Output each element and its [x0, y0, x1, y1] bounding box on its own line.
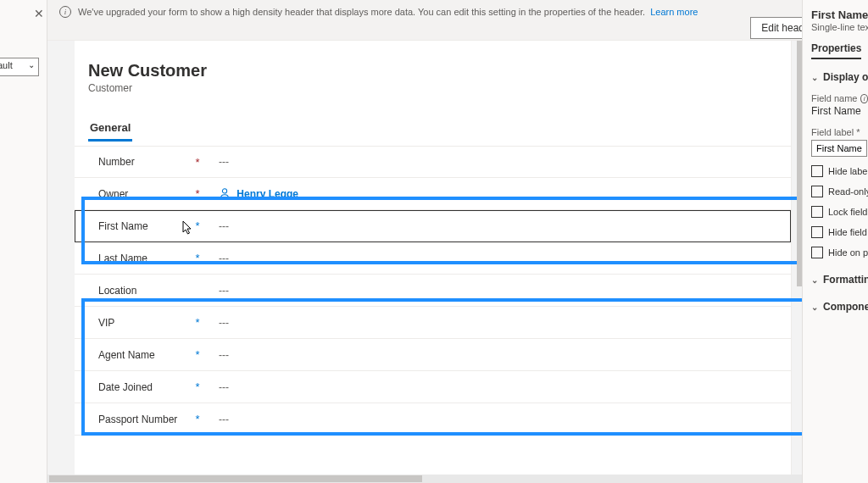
- checkbox-icon[interactable]: [811, 226, 823, 238]
- properties-panel: First Name Single-line text Properties ⌄…: [802, 0, 868, 483]
- checkbox-icon[interactable]: [811, 165, 823, 177]
- field-label-input[interactable]: [811, 140, 867, 157]
- field-label: Owner: [98, 188, 192, 200]
- field-value: ---: [203, 317, 229, 329]
- form-header: New Customer Customer: [75, 41, 791, 101]
- chevron-down-icon: ⌄: [811, 73, 818, 82]
- field-name-value: First Name: [811, 105, 868, 117]
- field-label-label: Field label *: [811, 127, 868, 137]
- tab-properties[interactable]: Properties: [811, 42, 861, 59]
- field-value: ---: [203, 156, 229, 168]
- notification-message: We've upgraded your form to show a high …: [78, 7, 645, 17]
- field-label: Agent Name: [98, 349, 192, 361]
- field-label: Date Joined: [98, 381, 192, 393]
- required-icon: *: [192, 156, 203, 169]
- section-display-options[interactable]: ⌄ Display o: [811, 71, 868, 83]
- panel-subtitle: Single-line text: [811, 22, 868, 32]
- required-icon: *: [192, 380, 203, 393]
- checkbox-lock-field[interactable]: Lock field: [811, 206, 868, 218]
- panel-title: First Name: [811, 8, 868, 21]
- checkbox-label: Hide label: [828, 166, 868, 176]
- field-value: ---: [203, 220, 229, 232]
- svg-point-0: [222, 189, 226, 193]
- left-sidebar: ✕ ault: [0, 0, 47, 483]
- close-icon[interactable]: ✕: [34, 7, 44, 20]
- field-label: First Name: [98, 220, 192, 232]
- owner-link[interactable]: Henry Legge: [236, 188, 298, 200]
- learn-more-link[interactable]: Learn more: [650, 7, 698, 17]
- checkbox-label: Hide on ph: [828, 247, 868, 258]
- checkbox-label: Read-only: [828, 186, 868, 197]
- field-last-name[interactable]: Last Name * ---: [75, 242, 791, 275]
- default-dropdown[interactable]: ault: [0, 58, 39, 76]
- form-title: New Customer: [88, 61, 777, 80]
- field-label: Last Name: [98, 253, 192, 264]
- field-agent-name[interactable]: Agent Name * ---: [75, 339, 791, 371]
- required-icon: *: [192, 252, 203, 264]
- notification-bar: i We've upgraded your form to show a hig…: [47, 0, 868, 41]
- field-label: Location: [98, 285, 192, 297]
- required-icon: *: [192, 316, 203, 329]
- checkbox-label: Lock field: [828, 207, 867, 217]
- person-icon: [219, 187, 231, 199]
- field-value: ---: [203, 285, 229, 297]
- field-value: ---: [203, 253, 229, 264]
- checkbox-label: Hide field: [828, 227, 867, 237]
- checkbox-icon[interactable]: [811, 247, 823, 258]
- field-first-name[interactable]: First Name * ---: [75, 210, 791, 242]
- tab-general[interactable]: General: [88, 116, 132, 142]
- checkbox-hide-label[interactable]: Hide label: [811, 165, 868, 177]
- field-label: Number: [98, 156, 192, 168]
- field-value: ---: [203, 414, 229, 425]
- field-name-label: Field name i: [811, 93, 868, 103]
- section-label: Display o: [823, 71, 868, 83]
- checkbox-icon[interactable]: [811, 186, 823, 197]
- required-icon: *: [192, 187, 203, 200]
- field-owner[interactable]: Owner * Henry Legge: [75, 178, 791, 210]
- field-label: VIP: [98, 317, 192, 329]
- section-label: Compone: [823, 301, 868, 313]
- section-components[interactable]: ⌄ Compone: [811, 301, 868, 313]
- field-passport-number[interactable]: Passport Number * ---: [75, 403, 791, 436]
- field-label: Passport Number: [98, 414, 192, 425]
- checkbox-icon[interactable]: [811, 206, 823, 218]
- form-canvas: New Customer Customer General Number * -…: [75, 41, 792, 483]
- horizontal-scrollbar[interactable]: [47, 475, 802, 483]
- chevron-down-icon: ⌄: [811, 275, 818, 285]
- field-value: ---: [203, 381, 229, 393]
- field-number[interactable]: Number * ---: [75, 146, 791, 178]
- required-icon: *: [192, 219, 203, 232]
- field-value: Henry Legge: [203, 187, 298, 200]
- field-date-joined[interactable]: Date Joined * ---: [75, 371, 791, 403]
- section-label: Formattin: [823, 274, 868, 286]
- section-body: Number * --- Owner * Henry Legge First N…: [75, 142, 791, 436]
- checkbox-hide-field[interactable]: Hide field: [811, 226, 868, 238]
- info-icon: i: [59, 6, 71, 18]
- form-subtitle: Customer: [88, 82, 777, 94]
- section-formatting[interactable]: ⌄ Formattin: [811, 274, 868, 286]
- required-icon: *: [192, 348, 203, 361]
- checkbox-read-only[interactable]: Read-only: [811, 186, 868, 197]
- info-icon[interactable]: i: [860, 94, 868, 103]
- required-icon: *: [192, 413, 203, 425]
- form-designer-canvas: New Customer Customer General Number * -…: [47, 41, 802, 483]
- scroll-thumb[interactable]: [49, 475, 422, 482]
- field-vip[interactable]: VIP * ---: [75, 307, 791, 339]
- tab-strip: General: [75, 116, 791, 142]
- chevron-down-icon: ⌄: [811, 303, 818, 312]
- notification-text: We've upgraded your form to show a high …: [78, 3, 839, 19]
- checkbox-hide-on-phone[interactable]: Hide on ph: [811, 247, 868, 258]
- field-location[interactable]: Location ---: [75, 275, 791, 307]
- vertical-scrollbar[interactable]: [795, 41, 802, 295]
- field-value: ---: [203, 349, 229, 361]
- dropdown-text: ault: [0, 60, 13, 70]
